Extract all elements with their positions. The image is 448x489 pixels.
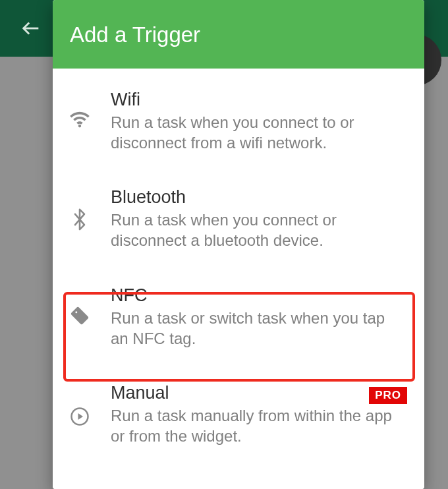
trigger-title: Bluetooth bbox=[111, 187, 401, 208]
trigger-item-nfc[interactable]: NFC Run a task or switch task when you t… bbox=[53, 268, 424, 366]
trigger-title: Manual bbox=[111, 383, 401, 403]
svg-rect-1 bbox=[70, 306, 89, 325]
nfc-tag-icon bbox=[67, 305, 92, 326]
trigger-item-manual[interactable]: PRO Manual Run a task manually from with… bbox=[53, 366, 424, 463]
trigger-list: Wifi Run a task when you connect to or d… bbox=[53, 69, 424, 489]
wifi-icon bbox=[67, 109, 92, 130]
trigger-item-wifi[interactable]: Wifi Run a task when you connect to or d… bbox=[53, 72, 424, 170]
trigger-desc: Run a task when you connect or disconnec… bbox=[111, 210, 401, 250]
trigger-item-bluetooth[interactable]: Bluetooth Run a task when you connect or… bbox=[53, 170, 424, 268]
dialog-title: Add a Trigger bbox=[53, 0, 424, 69]
trigger-desc: Run a task or switch task when you tap a… bbox=[111, 308, 401, 349]
add-trigger-dialog: Add a Trigger Wifi Run a task when you c… bbox=[53, 0, 424, 489]
trigger-title: NFC bbox=[111, 285, 401, 306]
play-circle-icon bbox=[67, 407, 92, 426]
trigger-desc: Run a task manually from within the app … bbox=[111, 406, 401, 446]
trigger-title: Wifi bbox=[111, 90, 401, 110]
pro-badge: PRO bbox=[369, 387, 407, 404]
trigger-desc: Run a task when you connect to or discon… bbox=[111, 113, 401, 153]
bluetooth-icon bbox=[67, 207, 92, 232]
back-arrow-icon[interactable] bbox=[20, 17, 42, 40]
